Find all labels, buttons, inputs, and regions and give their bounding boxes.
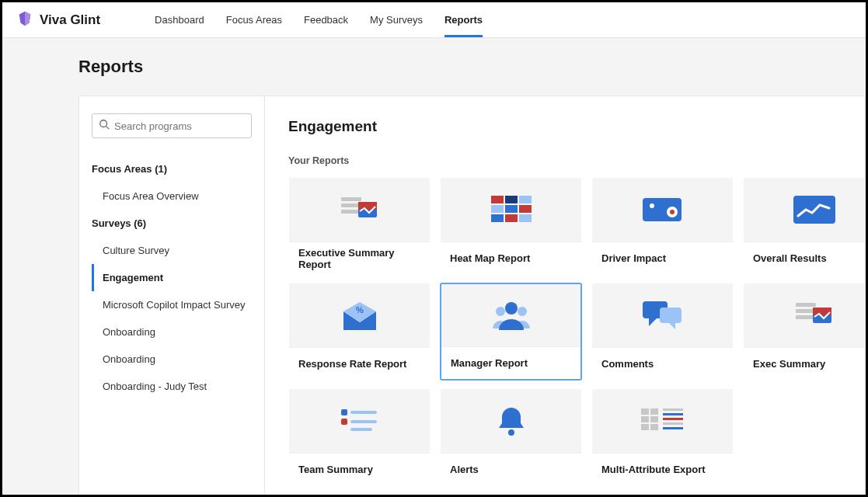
report-card-icon-area: [441, 389, 581, 453]
report-card-response-rate-report[interactable]: % Response Rate Report: [288, 283, 431, 381]
svg-rect-38: [641, 408, 649, 415]
report-card-driver-impact[interactable]: Driver Impact: [591, 177, 734, 275]
comments-icon: [640, 297, 686, 334]
svg-rect-41: [650, 416, 658, 422]
report-card-label: Exec Summary: [744, 347, 866, 380]
report-card-label: Driver Impact: [592, 242, 733, 274]
main-panel-title: Engagement: [288, 118, 865, 135]
report-card-label: Comments: [592, 347, 733, 380]
nav-item-my-surveys[interactable]: My Surveys: [370, 3, 423, 37]
brand-name: Viva Glint: [40, 12, 100, 28]
sidebar-item-engagement[interactable]: Engagement: [92, 264, 252, 291]
report-card-overall-results[interactable]: Overall Results: [743, 177, 866, 275]
sidebar-item-onboarding[interactable]: Onboarding: [92, 318, 252, 346]
report-card-label: Executive Summary Report: [289, 242, 430, 274]
svg-rect-39: [650, 408, 658, 415]
report-card-team-summary[interactable]: Team Summary: [288, 388, 431, 486]
report-card-icon-area: [441, 178, 581, 242]
summary2-icon: [791, 297, 838, 334]
svg-point-17: [650, 203, 654, 208]
report-card-comments[interactable]: Comments: [591, 283, 734, 381]
report-card-icon-area: [441, 284, 580, 346]
report-card-icon-area: %: [289, 283, 430, 347]
sidebar-item-onboarding---judy-test[interactable]: Onboarding - Judy Test: [92, 373, 252, 400]
search-programs-box[interactable]: [92, 113, 252, 138]
bell-icon: [488, 402, 535, 440]
nav-item-dashboard[interactable]: Dashboard: [155, 3, 204, 37]
svg-rect-43: [650, 424, 658, 430]
export-icon: [640, 402, 686, 440]
svg-rect-7: [491, 196, 504, 203]
nav-item-feedback[interactable]: Feedback: [304, 3, 348, 37]
svg-text:%: %: [356, 305, 364, 315]
brand-logo-icon: [16, 10, 33, 30]
report-card-icon-area: [592, 389, 733, 453]
report-card-multi-attribute-export[interactable]: Multi-Attribute Export: [591, 388, 734, 486]
report-card-heat-map-report[interactable]: Heat Map Report: [440, 177, 582, 275]
list-icon: [336, 402, 383, 440]
svg-rect-14: [505, 214, 518, 222]
summary-icon: [336, 191, 383, 228]
sidebar-item-focus-area-overview[interactable]: Focus Area Overview: [92, 182, 252, 210]
report-cards-grid: Executive Summary Report Heat Map Report: [288, 177, 865, 486]
brand-lockup: Viva Glint: [16, 10, 100, 30]
report-card-label: Team Summary: [289, 453, 430, 485]
svg-point-24: [505, 302, 518, 315]
report-card-label: Manager Report: [441, 346, 580, 379]
svg-rect-11: [505, 205, 518, 213]
report-card-label: Multi-Attribute Export: [592, 453, 733, 485]
sidebar-item-culture-survey[interactable]: Culture Survey: [92, 237, 252, 264]
report-card-manager-report[interactable]: Manager Report: [440, 283, 582, 381]
nav-item-focus-areas[interactable]: Focus Areas: [226, 3, 282, 37]
svg-rect-8: [505, 196, 518, 203]
svg-rect-35: [350, 420, 377, 423]
svg-rect-33: [350, 411, 377, 414]
search-icon: [99, 119, 110, 133]
svg-rect-32: [341, 409, 347, 415]
report-card-icon-area: [744, 283, 866, 347]
trend-icon: [791, 191, 838, 228]
report-card-executive-summary-report[interactable]: Executive Summary Report: [288, 177, 431, 275]
report-card-icon-area: [744, 178, 866, 242]
svg-rect-12: [519, 205, 532, 213]
svg-rect-40: [641, 416, 649, 422]
page-title: Reports: [78, 57, 866, 77]
report-card-label: Alerts: [441, 453, 581, 485]
report-card-exec-summary[interactable]: Exec Summary: [743, 283, 866, 381]
sidebar-item-onboarding[interactable]: Onboarding: [92, 346, 252, 373]
main-panel: Engagement Your Reports Executive Summar…: [265, 96, 866, 495]
sidebar-item-microsoft-copilot-impact-survey[interactable]: Microsoft Copilot Impact Survey: [92, 291, 252, 318]
svg-rect-26: [660, 308, 682, 323]
svg-rect-15: [519, 214, 532, 222]
people-icon: [488, 297, 535, 334]
report-card-icon-area: [289, 389, 430, 453]
svg-rect-42: [641, 424, 649, 430]
sidebar-section-header[interactable]: Surveys (6): [92, 210, 252, 237]
report-card-alerts[interactable]: Alerts: [440, 388, 582, 486]
response-icon: %: [336, 297, 383, 334]
svg-point-37: [508, 429, 514, 436]
svg-rect-2: [341, 197, 361, 201]
content-row: Focus Areas (1)Focus Area OverviewSurvey…: [78, 96, 866, 495]
svg-point-19: [670, 210, 675, 214]
primary-nav: DashboardFocus AreasFeedbackMy SurveysRe…: [155, 3, 483, 37]
svg-rect-10: [491, 205, 504, 213]
nav-item-reports[interactable]: Reports: [444, 3, 483, 37]
sidebar-section-header[interactable]: Focus Areas (1): [92, 155, 252, 182]
svg-rect-13: [491, 214, 504, 222]
svg-point-0: [100, 120, 107, 127]
svg-rect-44: [663, 408, 683, 411]
report-card-icon-area: [289, 178, 430, 242]
search-programs-input[interactable]: [114, 120, 245, 132]
page-body: Reports Focus Areas (1)Focus Area Overvi…: [2, 38, 866, 495]
report-card-icon-area: [592, 283, 733, 347]
svg-point-23: [518, 307, 527, 316]
report-card-label: Heat Map Report: [441, 242, 581, 274]
svg-rect-27: [796, 303, 816, 307]
svg-rect-47: [663, 422, 683, 425]
camera-icon: [640, 191, 686, 228]
heatmap-icon: [488, 191, 535, 228]
svg-rect-45: [663, 413, 683, 415]
svg-rect-48: [663, 427, 683, 429]
your-reports-label: Your Reports: [288, 155, 865, 166]
